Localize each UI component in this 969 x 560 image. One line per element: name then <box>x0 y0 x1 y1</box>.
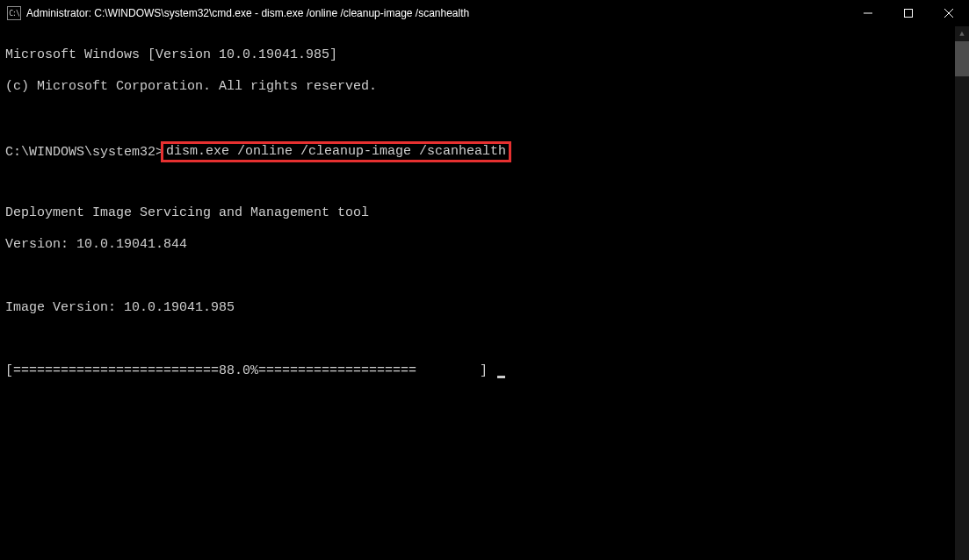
output-line: Microsoft Windows [Version 10.0.19041.98… <box>5 47 950 63</box>
output-line: Deployment Image Servicing and Managemen… <box>5 205 950 221</box>
window-title: Administrator: C:\WINDOWS\system32\cmd.e… <box>26 7 848 19</box>
output-line: (c) Microsoft Corporation. All rights re… <box>5 79 950 95</box>
svg-rect-1 <box>905 10 913 18</box>
window-controls <box>848 0 969 26</box>
window-titlebar: C:\ Administrator: C:\WINDOWS\system32\c… <box>0 0 969 26</box>
output-blank <box>5 111 950 126</box>
scroll-thumb[interactable] <box>955 41 969 76</box>
scroll-up-arrow-icon[interactable]: ▲ <box>955 26 969 41</box>
annotation-highlight: dism.exe /online /cleanup-image /scanhea… <box>161 141 511 162</box>
progress-text: [==========================88.0%========… <box>5 363 495 378</box>
cursor <box>497 376 505 378</box>
output-blank <box>5 269 950 284</box>
output-blank <box>5 332 950 348</box>
close-icon <box>944 9 953 18</box>
minimize-button[interactable] <box>848 0 888 26</box>
terminal-output[interactable]: Microsoft Windows [Version 10.0.19041.98… <box>0 26 955 560</box>
prompt-text: C:\WINDOWS\system32> <box>5 145 163 160</box>
cmd-icon: C:\ <box>7 6 21 20</box>
progress-line: [==========================88.0%========… <box>5 363 950 379</box>
vertical-scrollbar[interactable]: ▲ <box>955 26 969 560</box>
minimize-icon <box>864 9 872 18</box>
terminal-area: Microsoft Windows [Version 10.0.19041.98… <box>0 26 969 560</box>
output-blank <box>5 174 950 190</box>
maximize-icon <box>904 9 913 18</box>
output-line: Image Version: 10.0.19041.985 <box>5 300 950 316</box>
close-button[interactable] <box>929 0 969 26</box>
prompt-line: C:\WINDOWS\system32>dism.exe /online /cl… <box>5 142 950 158</box>
output-line: Version: 10.0.19041.844 <box>5 237 950 253</box>
maximize-button[interactable] <box>888 0 929 26</box>
